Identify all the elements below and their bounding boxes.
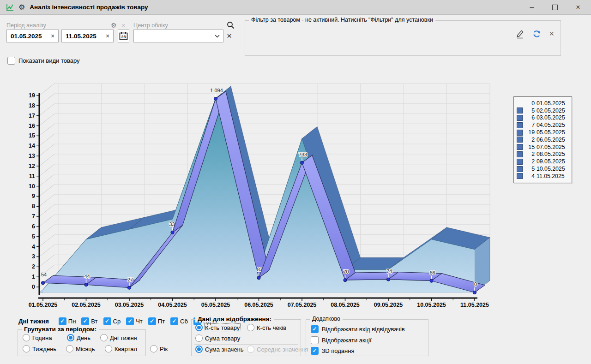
weekday-Сб-checkbox[interactable]: ✓Сб <box>170 317 188 325</box>
checkbox-box[interactable]: ✓ <box>311 347 319 355</box>
radio-день[interactable]: День <box>67 334 94 341</box>
legend-date: 06.05.2025 <box>537 137 568 143</box>
svg-text:3: 3 <box>32 253 35 260</box>
minimize-button[interactable]: – <box>528 4 536 11</box>
weekday-label: Пт <box>158 318 165 325</box>
svg-text:11.05.2025: 11.05.2025 <box>460 302 489 308</box>
close-button[interactable]: × <box>574 4 582 11</box>
date-from-field[interactable]: 01.05.2025 × <box>6 30 59 42</box>
checkbox-box[interactable]: ✓ <box>311 325 319 333</box>
svg-text:10: 10 <box>29 183 35 190</box>
date-to-field[interactable]: 11.05.2025 × <box>61 30 114 42</box>
legend-date: 08.05.2025 <box>537 151 568 157</box>
weekday-Ср-checkbox[interactable]: ✓Ср <box>103 317 121 325</box>
radio-button[interactable] <box>100 334 108 341</box>
weekdays-label: Дні тижня <box>18 318 49 325</box>
radio-button[interactable] <box>195 324 203 331</box>
radio-тиждень[interactable]: Тиждень <box>23 345 60 352</box>
checkbox-box[interactable]: ✓ <box>126 317 134 325</box>
extra-checkbox-3[interactable]: ✓3D подання <box>311 347 354 355</box>
refresh-icon[interactable] <box>532 29 542 39</box>
svg-text:05.05.2025: 05.05.2025 <box>201 302 230 308</box>
extra-checkbox-1[interactable]: ✓Відображати вхід відвідувачів <box>311 325 405 333</box>
legend-swatch <box>517 173 523 179</box>
line-chart-icon <box>6 3 15 12</box>
radio-label: Рік <box>160 346 168 352</box>
radio-місяць[interactable]: Місяць <box>66 345 99 352</box>
legend-value: 2 <box>525 158 537 165</box>
radio-рік[interactable]: Рік <box>150 345 172 352</box>
svg-text:9: 9 <box>32 193 35 199</box>
legend-date: 03.05.2025 <box>537 114 568 121</box>
legend-swatch <box>517 151 523 157</box>
search-icon[interactable] <box>227 21 235 29</box>
checkbox-box[interactable] <box>7 57 15 65</box>
legend-item: 209.05.2025 <box>517 158 568 165</box>
weekday-Пт-checkbox[interactable]: ✓Пт <box>148 317 165 325</box>
radio-button <box>247 346 254 353</box>
weekday-Чт-checkbox[interactable]: ✓Чт <box>126 317 143 325</box>
chart-legend: 001.05.2025502.05.2025603.05.2025704.05.… <box>513 96 572 183</box>
radio-button[interactable] <box>67 334 74 341</box>
radio-квартал[interactable]: Квартал <box>105 345 145 352</box>
weekday-label: Ср <box>113 318 121 325</box>
period-clear-icon[interactable]: × <box>121 21 126 29</box>
checkbox-label: 3D подання <box>322 347 354 354</box>
legend-date: 01.05.2025 <box>537 100 568 107</box>
period-settings-gear-icon[interactable]: ⚙ <box>111 22 117 29</box>
radio-button[interactable] <box>105 345 112 352</box>
radio-година[interactable]: Година <box>23 334 60 341</box>
radio-label: Квартал <box>115 346 137 352</box>
extra-checkbox-2[interactable]: Відображати акції <box>311 336 372 344</box>
edit-pencil-icon[interactable] <box>515 29 525 39</box>
radio-button[interactable] <box>195 346 203 353</box>
legend-item: 001.05.2025 <box>517 100 568 107</box>
weekday-Вт-checkbox[interactable]: ✓Вт <box>81 317 97 325</box>
svg-text:19: 19 <box>29 92 35 99</box>
legend-swatch <box>517 130 523 136</box>
checkbox-box[interactable]: ✓ <box>170 317 178 325</box>
radio-button[interactable] <box>247 324 254 331</box>
titlebar: ⚙ Аналіз інтенсивності продажів товару –… <box>0 0 591 15</box>
radio-к-сть-товару[interactable]: К-сть товару <box>195 324 247 331</box>
radio-дні-тижня[interactable]: Дні тижня <box>100 334 144 341</box>
legend-swatch <box>517 166 523 172</box>
chevron-down-icon[interactable] <box>211 35 223 38</box>
radio-button[interactable] <box>66 345 73 352</box>
radio-сума-значень[interactable]: Сума значень <box>195 346 247 353</box>
svg-text:8: 8 <box>32 203 35 209</box>
date-to-clear-icon[interactable]: × <box>102 32 113 40</box>
legend-date: 05.05.2025 <box>537 129 568 136</box>
checkbox-box[interactable]: ✓ <box>103 317 111 325</box>
radio-button[interactable] <box>150 345 157 352</box>
radio-к-сть-чеків[interactable]: К-сть чеків <box>247 324 293 331</box>
legend-swatch <box>517 122 523 128</box>
svg-text:54: 54 <box>41 272 47 277</box>
checkbox-box[interactable]: ✓ <box>59 317 66 325</box>
show-product-types-checkbox[interactable]: Показати види товару <box>7 57 80 65</box>
weekday-Пн-checkbox[interactable]: ✓Пн <box>59 317 76 325</box>
radio-button[interactable] <box>23 345 30 352</box>
radio-button[interactable] <box>23 334 30 341</box>
radio-сума-товару[interactable]: Сума товару <box>195 334 247 342</box>
center-dropdown[interactable] <box>133 30 223 42</box>
legend-value: 19 <box>525 129 537 136</box>
maximize-button[interactable] <box>552 5 558 10</box>
checkbox-box[interactable] <box>311 336 319 344</box>
grouping-groupbox: Групувати за періодом: ГодинаДеньДні тиж… <box>18 329 146 356</box>
center-clear-icon[interactable]: × <box>227 31 232 40</box>
legend-item: 704.05.2025 <box>517 121 568 129</box>
window-title: Аналіз інтенсивності продажів товару <box>30 4 148 11</box>
radio-button[interactable] <box>195 334 203 342</box>
center-label: Центр обліку <box>133 22 168 29</box>
calendar-button[interactable]: 23 <box>118 30 129 42</box>
checkbox-box[interactable]: ✓ <box>148 317 156 325</box>
weekday-label: Вт <box>91 318 97 325</box>
legend-swatch <box>517 159 523 165</box>
radio-label: День <box>77 334 90 341</box>
checkbox-box[interactable]: ✓ <box>81 317 89 325</box>
date-from-clear-icon[interactable]: × <box>47 32 58 40</box>
svg-text:1 094: 1 094 <box>210 88 223 93</box>
filter-close-icon[interactable]: × <box>549 29 554 39</box>
svg-text:08.05.2025: 08.05.2025 <box>331 302 360 308</box>
